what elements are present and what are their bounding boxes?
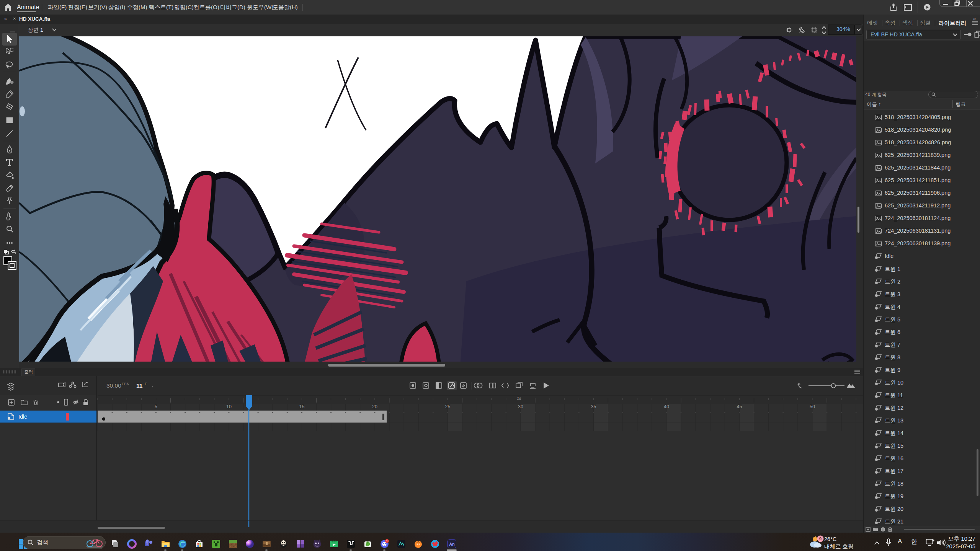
- svg-text:40: 40: [664, 404, 669, 409]
- svg-text:35: 35: [591, 404, 596, 409]
- svg-text:F: F: [145, 381, 147, 386]
- svg-text:30: 30: [518, 404, 523, 409]
- svg-text:Idle: Idle: [18, 414, 27, 420]
- svg-text:50: 50: [810, 404, 815, 409]
- svg-text:1s: 1s: [517, 396, 521, 401]
- svg-text:25: 25: [445, 404, 450, 409]
- svg-text:10: 10: [226, 404, 232, 409]
- svg-text:5: 5: [155, 404, 157, 409]
- svg-text:45: 45: [737, 404, 742, 409]
- svg-text:30.00: 30.00: [106, 382, 121, 389]
- svg-text:FPS: FPS: [122, 381, 129, 386]
- svg-text:15: 15: [299, 404, 304, 409]
- svg-text:20: 20: [372, 404, 377, 409]
- svg-text:11: 11: [136, 382, 143, 389]
